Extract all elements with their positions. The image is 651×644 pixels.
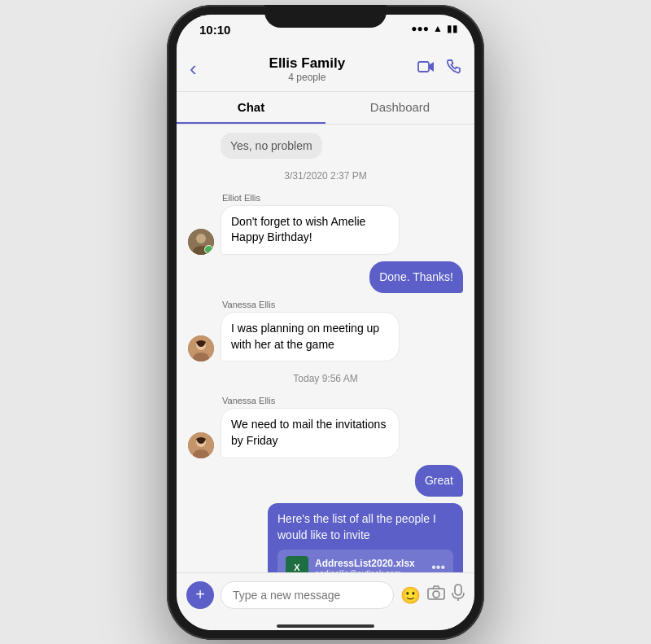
message-row: Vanessa Ellis We need to mail the invita… — [188, 396, 463, 458]
chat-area: Yes, no problem 3/31/2020 2:37 PM Elliot… — [177, 125, 474, 572]
header-center: Ellis Family 4 people — [269, 55, 346, 83]
message-input[interactable] — [221, 581, 394, 609]
battery-icon: ▮▮ — [447, 23, 458, 34]
message-bubble-wrap: Vanessa Ellis I was planning on meeting … — [221, 300, 400, 361]
chat-header: ‹ Ellis Family 4 people — [177, 50, 474, 92]
message-row: Yes, no problem — [188, 133, 463, 159]
signal-icon: ●●● — [411, 23, 429, 34]
svg-point-14 — [433, 591, 439, 598]
message-bubble: I was planning on meeting up with her at… — [221, 312, 400, 361]
svg-rect-0 — [418, 62, 429, 72]
phone-screen: 10:10 ●●● ▲ ▮▮ ‹ Ellis Family 4 people — [177, 15, 474, 630]
attachment-text: Here's the list of all the people I woul… — [277, 511, 453, 543]
voice-call-button[interactable] — [447, 59, 461, 78]
emoji-button[interactable]: 🙂 — [400, 585, 421, 605]
attachment-file[interactable]: X AddressList2020.xlsx nadiaellis@outloo… — [277, 550, 453, 572]
message-row: Vanessa Ellis I was planning on meeting … — [188, 300, 463, 361]
message-bubble: We need to mail the invitations by Frida… — [221, 408, 400, 458]
message-bubble-wrap: Elliot Ellis Don't forget to wish Amelie… — [221, 193, 400, 255]
sender-name: Vanessa Ellis — [221, 300, 400, 309]
attachment-bubble: Here's the list of all the people I woul… — [268, 503, 463, 572]
message-bubble-wrap: Vanessa Ellis We need to mail the invita… — [221, 396, 400, 458]
home-indicator — [177, 625, 474, 630]
back-button[interactable]: ‹ — [190, 56, 197, 81]
avatar — [188, 335, 214, 361]
microphone-button[interactable] — [452, 584, 465, 606]
message-bubble: Great — [415, 465, 463, 497]
group-name: Ellis Family — [269, 55, 346, 72]
video-call-button[interactable] — [417, 60, 435, 77]
excel-icon: X — [286, 556, 308, 572]
add-attachment-button[interactable]: + — [186, 581, 214, 609]
sender-name: Elliot Ellis — [221, 193, 400, 203]
file-info: AddressList2020.xlsx nadiaellis@outlook.… — [315, 558, 425, 572]
message-row: Here's the list of all the people I woul… — [188, 503, 463, 572]
tab-dashboard[interactable]: Dashboard — [326, 92, 474, 124]
avatar — [188, 229, 214, 255]
header-actions — [417, 59, 461, 78]
status-time: 10:10 — [199, 23, 230, 37]
wifi-icon: ▲ — [433, 23, 443, 34]
input-bar: + 🙂 — [177, 572, 474, 625]
tab-chat[interactable]: Chat — [177, 92, 326, 124]
message-bubble: Don't forget to wish Amelie Happy Birthd… — [221, 205, 400, 255]
message-bubble: Done. Thanks! — [369, 261, 463, 294]
tab-bar: Chat Dashboard — [177, 92, 474, 125]
svg-point-2 — [196, 234, 206, 243]
phone-frame: 10:10 ●●● ▲ ▮▮ ‹ Ellis Family 4 people — [167, 5, 484, 640]
status-icons: ●●● ▲ ▮▮ — [411, 23, 458, 34]
message-row: Done. Thanks! — [188, 261, 463, 294]
camera-button[interactable] — [427, 585, 445, 604]
timestamp-label: 3/31/2020 2:37 PM — [188, 170, 463, 182]
member-count: 4 people — [269, 72, 346, 83]
avatar — [188, 432, 214, 458]
svg-rect-15 — [455, 585, 461, 595]
timestamp-label: Today 9:56 AM — [188, 373, 463, 384]
list-item: Yes, no problem — [221, 133, 322, 159]
sender-name: Vanessa Ellis — [221, 396, 400, 405]
message-row: Elliot Ellis Don't forget to wish Amelie… — [188, 193, 463, 255]
more-options-button[interactable]: ••• — [431, 560, 445, 572]
message-row: Great — [188, 465, 463, 497]
notch — [264, 5, 387, 28]
file-name: AddressList2020.xlsx — [315, 558, 425, 569]
